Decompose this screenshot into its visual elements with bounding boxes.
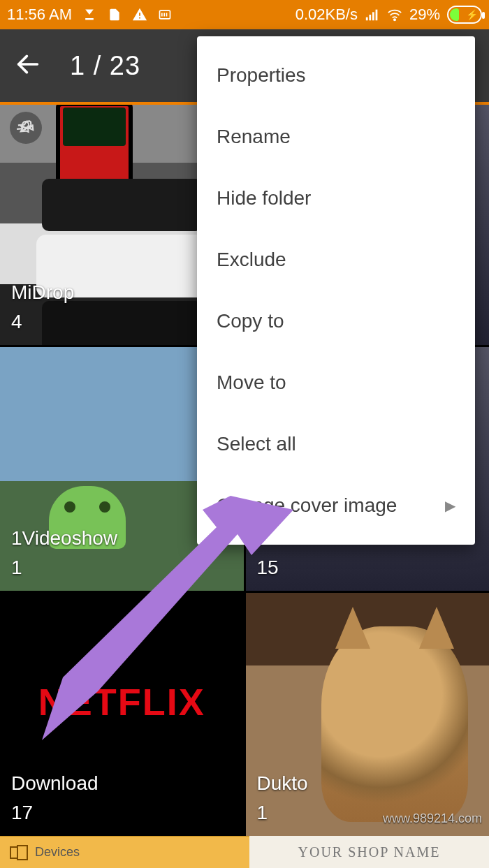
menu-item-label: Rename xyxy=(217,126,291,148)
menu-change-cover[interactable]: Change cover image ▶ xyxy=(197,475,475,536)
devices-tab[interactable]: Devices xyxy=(0,836,249,868)
folder-count: 1 xyxy=(257,798,308,827)
folder-name: 1Videoshow xyxy=(11,524,117,553)
svg-rect-7 xyxy=(376,10,378,21)
menu-item-label: Move to xyxy=(217,372,286,394)
folder-name: Download xyxy=(11,769,98,798)
svg-rect-6 xyxy=(372,12,374,20)
devices-icon xyxy=(10,846,25,859)
menu-item-label: Copy to xyxy=(217,310,284,332)
warning-icon xyxy=(132,7,147,22)
status-time: 11:56 AM xyxy=(7,6,72,24)
svg-point-8 xyxy=(394,19,395,20)
status-bar: 11:56 AM 0.02KB/s 29% ⚡ xyxy=(0,0,489,29)
menu-select-all[interactable]: Select all xyxy=(197,413,475,475)
pin-icon xyxy=(10,112,42,144)
folder-count: 17 xyxy=(11,798,98,827)
menu-item-label: Select all xyxy=(217,433,296,455)
folder-download[interactable]: NETFLIX Download 17 xyxy=(0,593,244,836)
svg-rect-4 xyxy=(366,17,368,21)
menu-move-to[interactable]: Move to xyxy=(197,352,475,413)
folder-name: MiDrop xyxy=(11,278,74,307)
shop-banner: YOUR SHOP NAME xyxy=(249,836,489,868)
chevron-right-icon: ▶ xyxy=(445,497,455,514)
battery-icon: ⚡ xyxy=(447,6,482,24)
context-menu: Properties Rename Hide folder Exclude Co… xyxy=(197,36,475,545)
misc-icon xyxy=(157,7,173,22)
svg-rect-5 xyxy=(369,15,371,20)
signal-icon xyxy=(365,7,380,22)
folder-count: 15 xyxy=(257,553,279,582)
watermark: www.989214.com xyxy=(383,811,482,826)
menu-rename[interactable]: Rename xyxy=(197,106,475,168)
bottom-bar: Devices YOUR SHOP NAME xyxy=(0,836,489,868)
menu-exclude[interactable]: Exclude xyxy=(197,229,475,290)
menu-item-label: Hide folder xyxy=(217,187,311,209)
folder-dukto[interactable]: Dukto 1 xyxy=(246,593,490,836)
shop-label: YOUR SHOP NAME xyxy=(298,844,441,860)
menu-hide-folder[interactable]: Hide folder xyxy=(197,168,475,229)
menu-item-label: Exclude xyxy=(217,249,286,271)
download-icon xyxy=(82,7,97,22)
folder-name: Dukto xyxy=(257,769,308,798)
folder-count: 4 xyxy=(11,307,74,337)
wifi-icon xyxy=(387,7,402,22)
menu-item-label: Properties xyxy=(217,64,306,87)
status-battery-pct: 29% xyxy=(409,6,440,24)
netflix-logo: NETFLIX xyxy=(38,680,205,723)
status-data-rate: 0.02KB/s xyxy=(295,6,358,24)
folder-count: 1 xyxy=(11,553,117,582)
devices-label: Devices xyxy=(35,845,80,860)
menu-item-label: Change cover image xyxy=(217,494,397,517)
menu-copy-to[interactable]: Copy to xyxy=(197,290,475,352)
selection-counter: 1 / 23 xyxy=(70,51,140,81)
file-icon xyxy=(107,7,122,22)
menu-properties[interactable]: Properties xyxy=(197,45,475,106)
back-button[interactable] xyxy=(14,50,42,81)
